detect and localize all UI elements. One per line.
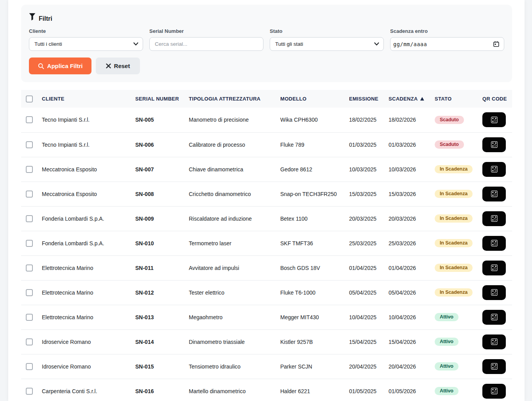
cell-qr bbox=[478, 182, 512, 206]
qr-code-button[interactable] bbox=[482, 187, 506, 201]
apply-filters-button[interactable]: Applica Filtri bbox=[29, 58, 91, 74]
table-row: Elettrotecnica Marino SN-013 Megaohmetro… bbox=[21, 305, 512, 329]
cell-scadenza: 20/03/2026 bbox=[384, 206, 430, 231]
row-checkbox[interactable] bbox=[26, 289, 33, 296]
row-checkbox[interactable] bbox=[26, 363, 33, 370]
qr-code-icon bbox=[491, 215, 498, 222]
qr-code-button[interactable] bbox=[482, 236, 506, 251]
qr-code-button[interactable] bbox=[482, 359, 506, 374]
cell-tipologia: Martello dinamometrico bbox=[184, 379, 276, 401]
cell-tipologia: Chiave dinamometrica bbox=[184, 157, 276, 182]
search-icon bbox=[38, 63, 44, 69]
table-row: Carpenteria Conti S.r.l. SN-016 Martello… bbox=[21, 379, 512, 401]
table-row: Fonderia Lombardi S.p.A. SN-009 Riscalda… bbox=[21, 206, 512, 231]
cell-stato: Attivo bbox=[430, 379, 478, 401]
cell-tipologia: Calibratore di processo bbox=[184, 132, 276, 157]
cell-qr bbox=[478, 354, 512, 379]
cliente-select[interactable]: Tutti i clienti bbox=[29, 37, 143, 51]
serial-search-input[interactable] bbox=[149, 37, 263, 51]
cell-qr bbox=[478, 280, 512, 305]
row-checkbox[interactable] bbox=[26, 166, 33, 173]
qr-code-button[interactable] bbox=[482, 211, 506, 226]
column-header-scadenza[interactable]: SCADENZA bbox=[384, 90, 430, 108]
qr-code-button[interactable] bbox=[482, 137, 506, 152]
cell-stato: In Scadenza bbox=[430, 280, 478, 305]
table-row: Idroservice Romano SN-014 Dinamometro tr… bbox=[21, 329, 512, 354]
cell-tipologia: Termometro laser bbox=[184, 231, 276, 255]
cell-serial: SN-014 bbox=[131, 329, 184, 354]
filters-title: Filtri bbox=[39, 17, 52, 21]
status-badge: In Scadenza bbox=[435, 288, 473, 297]
cell-modello: Kistler 9257B bbox=[276, 329, 344, 354]
column-header-tipologia[interactable]: TIPOLOGIA ATTREZZATURA bbox=[184, 90, 276, 108]
select-all-checkbox[interactable] bbox=[26, 95, 33, 102]
cell-cliente: Idroservice Romano bbox=[37, 329, 131, 354]
cell-qr bbox=[478, 305, 512, 329]
row-checkbox[interactable] bbox=[26, 215, 33, 222]
column-header-emissione[interactable]: EMISSIONE bbox=[344, 90, 384, 108]
filter-field-scadenza: Scadenza entro gg/mm/aaaa bbox=[390, 29, 504, 51]
table-row: Idroservice Romano SN-015 Tensiometro id… bbox=[21, 354, 512, 379]
cell-modello: Bosch GDS 18V bbox=[276, 255, 344, 280]
filter-field-stato: Stato Tutti gli stati bbox=[270, 29, 384, 51]
column-header-serial[interactable]: SERIAL NUMBER bbox=[131, 90, 184, 108]
stato-select[interactable]: Tutti gli stati bbox=[270, 37, 384, 51]
qr-code-icon bbox=[491, 388, 498, 394]
status-badge: In Scadenza bbox=[435, 190, 473, 198]
column-header-modello[interactable]: MODELLO bbox=[276, 90, 344, 108]
qr-code-button[interactable] bbox=[482, 310, 506, 325]
qr-code-button[interactable] bbox=[482, 285, 506, 300]
qr-code-button[interactable] bbox=[482, 112, 506, 127]
cell-serial: SN-015 bbox=[131, 354, 184, 379]
cell-scadenza: 05/04/2026 bbox=[384, 280, 430, 305]
row-checkbox[interactable] bbox=[26, 314, 33, 321]
row-checkbox[interactable] bbox=[26, 388, 33, 395]
stato-label: Stato bbox=[270, 29, 384, 34]
reset-filters-button[interactable]: Reset bbox=[96, 58, 140, 74]
cell-qr bbox=[478, 108, 512, 132]
cell-qr bbox=[478, 206, 512, 231]
cell-scadenza: 01/04/2026 bbox=[384, 255, 430, 280]
cell-modello: Halder 6221 bbox=[276, 379, 344, 401]
cell-serial: SN-013 bbox=[131, 305, 184, 329]
cell-stato: In Scadenza bbox=[430, 255, 478, 280]
row-checkbox[interactable] bbox=[26, 264, 33, 272]
cell-emissione: 01/05/2025 bbox=[344, 379, 384, 401]
qr-code-button[interactable] bbox=[482, 334, 506, 349]
cell-qr bbox=[478, 329, 512, 354]
column-header-cliente[interactable]: CLIENTE bbox=[37, 90, 131, 108]
column-header-stato[interactable]: STATO bbox=[430, 90, 478, 108]
row-checkbox[interactable] bbox=[26, 191, 33, 198]
column-header-qr[interactable]: QR CODE bbox=[478, 90, 512, 108]
cell-scadenza: 01/05/2026 bbox=[384, 379, 430, 401]
cell-cliente: Meccatronica Esposito bbox=[37, 182, 131, 206]
qr-code-button[interactable] bbox=[482, 384, 506, 399]
table-header-row: CLIENTE SERIAL NUMBER TIPOLOGIA ATTREZZA… bbox=[21, 90, 512, 108]
qr-code-button[interactable] bbox=[482, 162, 506, 177]
table-row: Fonderia Lombardi S.p.A. SN-010 Termomet… bbox=[21, 231, 512, 255]
cell-emissione: 15/04/2025 bbox=[344, 329, 384, 354]
table-row: Meccatronica Esposito SN-008 Cricchetto … bbox=[21, 182, 512, 206]
qr-code-icon bbox=[491, 117, 498, 123]
cell-modello: Fluke 789 bbox=[276, 132, 344, 157]
status-badge: Attivo bbox=[435, 338, 459, 346]
calendar-icon[interactable] bbox=[493, 41, 500, 47]
cell-scadenza: 15/03/2026 bbox=[384, 182, 430, 206]
cell-modello: Wika CPH6300 bbox=[276, 108, 344, 132]
row-checkbox[interactable] bbox=[26, 240, 33, 247]
row-checkbox[interactable] bbox=[26, 141, 33, 148]
qr-code-icon bbox=[491, 338, 498, 345]
qr-code-button[interactable] bbox=[482, 261, 506, 275]
status-badge: Attivo bbox=[435, 387, 459, 395]
filter-field-serial: Serial Number bbox=[149, 29, 263, 51]
cell-qr bbox=[478, 231, 512, 255]
cell-stato: Attivo bbox=[430, 329, 478, 354]
cell-serial: SN-007 bbox=[131, 157, 184, 182]
cell-cliente: Elettrotecnica Marino bbox=[37, 305, 131, 329]
filters-panel: Filtri Cliente Tutti i clienti Ser bbox=[21, 5, 512, 82]
row-checkbox[interactable] bbox=[26, 338, 33, 345]
scadenza-date-input[interactable]: gg/mm/aaaa bbox=[390, 37, 504, 51]
row-checkbox[interactable] bbox=[26, 116, 33, 123]
cell-emissione: 20/03/2025 bbox=[344, 206, 384, 231]
cell-emissione: 10/04/2025 bbox=[344, 305, 384, 329]
